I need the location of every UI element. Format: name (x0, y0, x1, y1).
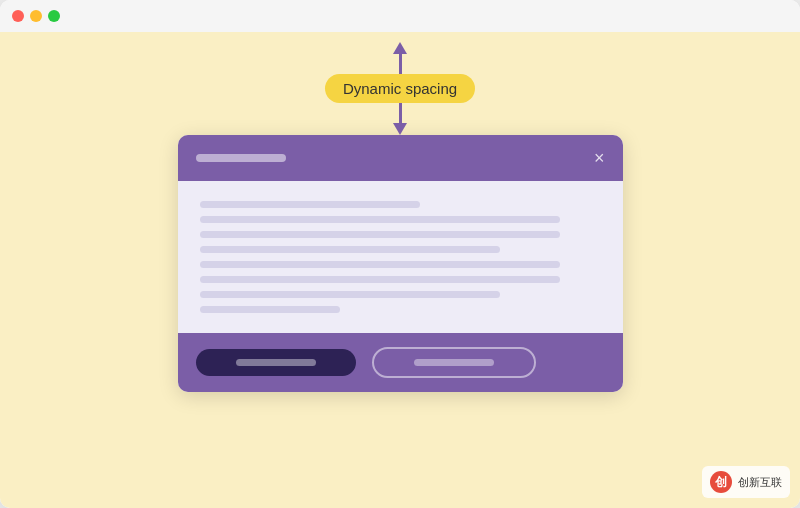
primary-button-label (236, 359, 316, 366)
dialog-header: × (178, 135, 623, 181)
dialog-title-placeholder (196, 154, 286, 162)
watermark: 创 创新互联 (702, 466, 790, 498)
secondary-button[interactable] (372, 347, 536, 378)
dialog-close-button[interactable]: × (594, 149, 605, 167)
dialog-box: × (178, 135, 623, 392)
app-window: Dynamic spacing × (0, 0, 800, 508)
close-button[interactable] (12, 10, 24, 22)
text-line-7 (200, 291, 501, 298)
spacing-indicator: Dynamic spacing (325, 42, 475, 135)
minimize-button[interactable] (30, 10, 42, 22)
text-line-6 (200, 276, 561, 283)
text-line-3 (200, 231, 561, 238)
main-area: Dynamic spacing × (0, 32, 800, 508)
traffic-lights (12, 10, 60, 22)
arrow-down-icon (393, 123, 407, 135)
text-line-4 (200, 246, 501, 253)
dialog-footer (178, 333, 623, 392)
arrow-line-top (399, 54, 402, 74)
title-bar (0, 0, 800, 32)
watermark-icon: 创 (710, 471, 732, 493)
text-line-5 (200, 261, 561, 268)
text-line-8 (200, 306, 340, 313)
secondary-button-label (414, 359, 494, 366)
maximize-button[interactable] (48, 10, 60, 22)
watermark-text: 创新互联 (738, 475, 782, 490)
dialog-body (178, 181, 623, 333)
spacing-label: Dynamic spacing (325, 74, 475, 103)
arrow-line-bottom (399, 103, 402, 123)
primary-button[interactable] (196, 349, 356, 376)
text-line-2 (200, 216, 561, 223)
arrow-up-icon (393, 42, 407, 54)
text-line-1 (200, 201, 421, 208)
